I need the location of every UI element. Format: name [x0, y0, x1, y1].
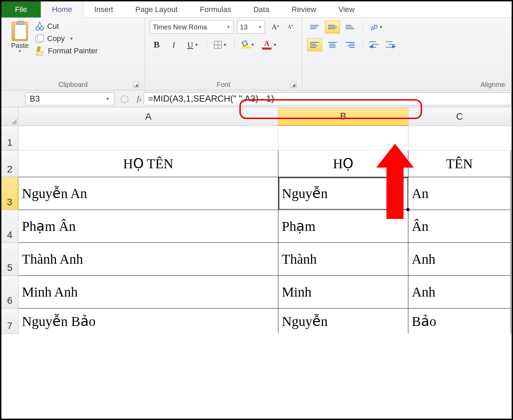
shrink-font-icon: A▾ [288, 24, 293, 30]
cell-b5[interactable]: Thành [278, 243, 408, 276]
font-size-value: 13 [240, 23, 248, 31]
row-head-2[interactable]: 2 [1, 150, 18, 177]
italic-button[interactable]: I [167, 38, 181, 51]
cell-b4[interactable]: Phạm [278, 210, 408, 243]
chevron-down-icon: ▼ [18, 50, 22, 53]
group-label-alignment: Alignme [307, 80, 507, 89]
cell-c7[interactable]: Bảo [408, 309, 511, 334]
format-painter-label: Format Painter [48, 47, 98, 55]
chevron-down-icon: ▼ [223, 42, 227, 47]
align-left-button[interactable] [307, 38, 322, 51]
row-head-1[interactable]: 1 [1, 126, 18, 150]
decrease-indent-icon: ◀ [369, 41, 380, 49]
cell-b1[interactable] [278, 126, 408, 150]
cell-a2[interactable]: HỌ TÊN [18, 150, 278, 177]
format-painter-button[interactable]: Format Painter [36, 47, 98, 55]
grow-font-button[interactable]: A▴ [268, 21, 282, 34]
cell-c2[interactable]: TÊN [408, 150, 511, 177]
row-head-7[interactable]: 7 [1, 309, 18, 334]
orientation-icon: ab [369, 22, 379, 32]
name-box[interactable]: B3 ▼ [25, 92, 114, 105]
chevron-down-icon: ▼ [69, 36, 74, 41]
ribbon-tabs: File Home Insert Page Layout Formulas Da… [1, 1, 512, 18]
cut-button[interactable]: Cut [36, 22, 98, 31]
cell-c5[interactable]: Anh [408, 243, 511, 276]
font-color-icon: A [262, 40, 272, 50]
cut-label: Cut [47, 22, 59, 31]
cell-c1[interactable] [408, 126, 511, 150]
col-head-a[interactable]: A [18, 107, 278, 126]
increase-indent-icon: ▶ [386, 41, 396, 49]
fx-spacer: ◯ [114, 94, 135, 103]
copy-button[interactable]: Copy ▼ [36, 34, 98, 43]
tab-insert[interactable]: Insert [83, 1, 124, 17]
tab-file[interactable]: File [1, 1, 41, 17]
cell-a5[interactable]: Thành Anh [18, 243, 278, 276]
tab-review[interactable]: Review [280, 1, 327, 17]
align-top-button[interactable] [307, 21, 322, 34]
group-label-clipboard: Clipboard ◢ [6, 80, 140, 89]
cell-a7[interactable]: Nguyễn Bảo [18, 309, 278, 334]
dialog-launcher-icon[interactable]: ◢ [290, 82, 297, 88]
formula-bar-row: B3 ▼ ◯ fx =MID(A3,1,SEARCH(" ",A3) - 1) [1, 90, 512, 107]
row-head-6[interactable]: 6 [1, 276, 18, 309]
align-center-button[interactable] [325, 38, 340, 51]
group-label-font: Font ◢ [150, 80, 297, 89]
ribbon: Paste ▼ Cut Copy ▼ Format Painter [1, 18, 512, 90]
cell-c4[interactable]: Ân [408, 210, 511, 243]
underline-button[interactable]: U▼ [184, 38, 202, 51]
row-head-5[interactable]: 5 [1, 243, 18, 276]
formula-bar[interactable]: =MID(A3,1,SEARCH(" ",A3) - 1) [144, 92, 512, 105]
cell-a4[interactable]: Phạm Ân [18, 210, 278, 243]
fill-bucket-icon [242, 41, 249, 49]
cell-b6[interactable]: Minh [278, 276, 408, 309]
align-bottom-button[interactable] [343, 21, 358, 34]
font-name-combo[interactable]: Times New Roma ▼ [150, 21, 234, 34]
tab-formulas[interactable]: Formulas [189, 1, 242, 17]
group-clipboard: Paste ▼ Cut Copy ▼ Format Painter [1, 18, 145, 90]
fx-icon[interactable]: fx [135, 94, 144, 103]
cell-b2[interactable]: HỌ [278, 150, 408, 177]
increase-indent-button[interactable]: ▶ [384, 38, 398, 51]
font-name-value: Times New Roma [153, 23, 207, 31]
cell-a1[interactable] [18, 126, 278, 150]
font-color-button[interactable]: A▼ [261, 38, 278, 51]
align-right-button[interactable] [343, 38, 358, 51]
row-head-3[interactable]: 3 [1, 177, 18, 210]
cell-a3[interactable]: Nguyễn An [18, 177, 278, 210]
grow-font-icon: A▴ [272, 23, 279, 31]
row-head-4[interactable]: 4 [1, 210, 18, 243]
copy-icon [36, 35, 44, 43]
select-all-corner[interactable] [1, 107, 18, 126]
shrink-font-button[interactable]: A▾ [284, 21, 297, 34]
col-head-c[interactable]: C [408, 107, 511, 126]
group-font: Times New Roma ▼ 13 ▼ A▴ A▾ B I U▼ ▼ [145, 18, 302, 90]
cell-a6[interactable]: Minh Anh [18, 276, 278, 309]
underline-icon: U [187, 40, 193, 50]
fill-color-button[interactable]: ▼ [239, 38, 257, 51]
tab-home[interactable]: Home [41, 1, 83, 18]
tab-page-layout[interactable]: Page Layout [124, 1, 189, 17]
formula-value: =MID(A3,1,SEARCH(" ",A3) - 1) [148, 93, 274, 104]
bold-button[interactable]: B [150, 38, 163, 51]
tab-view[interactable]: View [328, 1, 366, 17]
cell-b3[interactable]: Nguyễn [278, 177, 408, 210]
col-head-b[interactable]: B [278, 107, 408, 126]
scissors-icon [36, 22, 44, 30]
spreadsheet-grid: A B C 1 2 HỌ TÊN HỌ TÊN 3 Nguyễn An Nguy… [1, 107, 512, 334]
cell-b7[interactable]: Nguyễn [278, 309, 408, 334]
borders-button[interactable]: ▼ [212, 38, 229, 51]
align-middle-button[interactable] [325, 21, 340, 34]
decrease-indent-button[interactable]: ◀ [368, 38, 381, 51]
group-alignment: ab▼ ◀ ▶ Alignme [302, 18, 512, 90]
tab-data[interactable]: Data [242, 1, 280, 17]
chevron-down-icon: ▼ [106, 96, 110, 101]
font-size-combo[interactable]: 13 ▼ [237, 21, 265, 34]
orientation-button[interactable]: ab▼ [368, 21, 385, 34]
paste-button[interactable]: Paste ▼ [6, 21, 34, 80]
cell-c6[interactable]: Anh [408, 276, 511, 309]
chevron-down-icon: ▼ [255, 25, 262, 29]
cell-c3[interactable]: An [408, 177, 511, 210]
dialog-launcher-icon[interactable]: ◢ [133, 82, 139, 88]
italic-icon: I [172, 40, 175, 50]
